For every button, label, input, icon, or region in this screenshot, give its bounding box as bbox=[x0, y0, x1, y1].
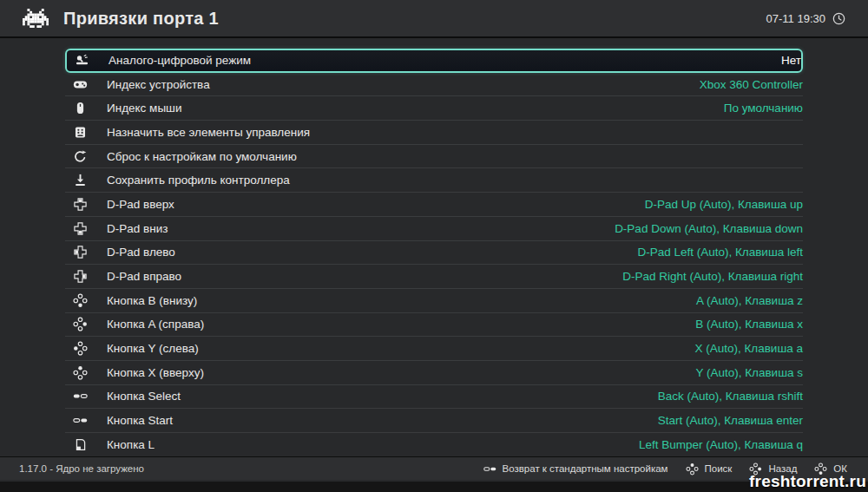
btn-south-icon bbox=[72, 292, 88, 308]
list-item[interactable]: Индекс устройства Xbox 360 Controller bbox=[65, 73, 803, 97]
list-item[interactable]: Кнопка A (справа) B (Auto), Клавиша x bbox=[65, 313, 803, 338]
clock-icon bbox=[832, 11, 846, 26]
btn-north-icon bbox=[686, 462, 699, 476]
hint-item[interactable]: Поиск bbox=[686, 462, 733, 476]
settings-list[interactable]: Аналого-цифровой режим Нет Индекс устрой… bbox=[0, 38, 868, 456]
dpad-down-icon bbox=[72, 220, 88, 236]
item-value: Left Bumper (Auto), Клавиша q bbox=[639, 438, 803, 451]
item-value: D-Pad Down (Auto), Клавиша down bbox=[615, 222, 803, 235]
item-value: B (Auto), Клавиша x bbox=[695, 318, 803, 331]
clock-text: 07-11 19:30 bbox=[766, 12, 825, 25]
watermark: freshtorrent.ru bbox=[749, 472, 866, 491]
list-item[interactable]: D-Pad вверх D-Pad Up (Auto), Клавиша up bbox=[65, 193, 803, 217]
item-value: Xbox 360 Controller bbox=[700, 78, 803, 91]
list-item[interactable]: D-Pad вправо D-Pad Right (Auto), Клавиша… bbox=[65, 265, 803, 289]
hint-label: Поиск bbox=[705, 463, 733, 474]
dpad-up-icon bbox=[72, 196, 88, 212]
bind-all-icon bbox=[72, 124, 88, 140]
item-label: Индекс мыши bbox=[107, 102, 181, 115]
item-value: D-Pad Up (Auto), Клавиша up bbox=[645, 198, 803, 211]
item-label: D-Pad вправо bbox=[107, 270, 181, 283]
start-select-icon bbox=[483, 462, 496, 476]
list-item[interactable]: Кнопка X (вверху) Y (Auto), Клавиша s bbox=[65, 361, 803, 385]
item-label: Аналого-цифровой режим bbox=[108, 54, 251, 67]
status-bar: 1.17.0 - Ядро не загружено Возврат к ста… bbox=[0, 456, 868, 480]
list-item[interactable]: Индекс мыши По умолчанию bbox=[65, 96, 803, 121]
menu-header: Привязки порта 1 07-11 19:30 bbox=[0, 0, 868, 38]
item-label: D-Pad вниз bbox=[107, 222, 168, 235]
page-title: Привязки порта 1 bbox=[63, 9, 219, 29]
dpad-left-icon bbox=[72, 245, 88, 260]
item-label: Кнопка X (вверху) bbox=[107, 366, 204, 379]
header-clock: 07-11 19:30 bbox=[766, 11, 846, 26]
item-label: Индекс устройства bbox=[107, 78, 210, 91]
gamepad-icon bbox=[72, 76, 88, 92]
dpad-right-icon bbox=[72, 269, 88, 285]
letterbox-strip bbox=[0, 482, 868, 492]
reset-icon bbox=[72, 148, 88, 164]
list-item[interactable]: Аналого-цифровой режим Нет bbox=[65, 49, 803, 73]
item-label: Сохранить профиль контроллера bbox=[107, 174, 290, 187]
invader-icon bbox=[22, 8, 49, 29]
item-label: D-Pad вверх bbox=[107, 198, 174, 211]
item-label: Кнопка L bbox=[107, 438, 155, 451]
btn-north-icon bbox=[72, 364, 88, 380]
item-label: Кнопка B (внизу) bbox=[107, 294, 197, 307]
list-item[interactable]: Сохранить профиль контроллера bbox=[65, 168, 803, 193]
item-value: Start (Auto), Клавиша enter bbox=[658, 414, 803, 427]
item-label: Кнопка A (справа) bbox=[107, 318, 204, 331]
item-label: Кнопка Y (слева) bbox=[107, 342, 199, 355]
select-icon bbox=[72, 389, 88, 404]
item-value: D-Pad Left (Auto), Клавиша left bbox=[637, 246, 803, 259]
mouse-icon bbox=[72, 101, 88, 116]
item-label: D-Pad влево bbox=[107, 246, 175, 259]
hint-item[interactable]: Возврат к стандартным настройкам bbox=[483, 462, 668, 476]
list-item[interactable]: D-Pad вниз D-Pad Down (Auto), Клавиша do… bbox=[65, 217, 803, 241]
list-item[interactable]: Кнопка L Left Bumper (Auto), Клавиша q bbox=[65, 433, 803, 456]
item-value: D-Pad Right (Auto), Клавиша right bbox=[622, 270, 803, 283]
list-item[interactable]: Кнопка Start Start (Auto), Клавиша enter bbox=[65, 409, 803, 433]
start-icon bbox=[72, 413, 88, 429]
item-label: Кнопка Select bbox=[107, 390, 181, 403]
list-item[interactable]: Кнопка Select Back (Auto), Клавиша rshif… bbox=[65, 385, 803, 410]
analog-mode-icon bbox=[74, 53, 89, 69]
shoulder-l-icon bbox=[72, 436, 88, 452]
list-item[interactable]: Кнопка B (внизу) A (Auto), Клавиша z bbox=[65, 289, 803, 313]
btn-east-icon bbox=[72, 317, 88, 332]
list-item[interactable]: D-Pad влево D-Pad Left (Auto), Клавиша l… bbox=[65, 241, 803, 266]
btn-west-icon bbox=[72, 341, 88, 357]
list-item[interactable]: Сброс к настройкам по умолчанию bbox=[65, 145, 803, 169]
item-value: Back (Auto), Клавиша rshift bbox=[658, 390, 803, 403]
item-value: Y (Auto), Клавиша s bbox=[695, 366, 803, 379]
item-value: A (Auto), Клавиша z bbox=[696, 294, 803, 307]
retroarch-window: Привязки порта 1 07-11 19:30 Аналого-циф… bbox=[0, 0, 868, 482]
item-value: Нет bbox=[781, 54, 801, 67]
save-icon bbox=[72, 173, 88, 188]
core-status-text: 1.17.0 - Ядро не загружено bbox=[19, 463, 144, 474]
hint-label: Возврат к стандартным настройкам bbox=[503, 463, 668, 474]
list-item[interactable]: Назначить все элементы управления bbox=[65, 121, 803, 145]
item-label: Сброс к настройкам по умолчанию bbox=[107, 150, 297, 163]
list-item[interactable]: Кнопка Y (слева) X (Auto), Клавиша a bbox=[65, 337, 803, 361]
item-value: X (Auto), Клавиша a bbox=[694, 342, 803, 355]
item-label: Назначить все элементы управления bbox=[107, 126, 310, 139]
item-label: Кнопка Start bbox=[107, 414, 173, 427]
item-value: По умолчанию bbox=[724, 102, 803, 115]
